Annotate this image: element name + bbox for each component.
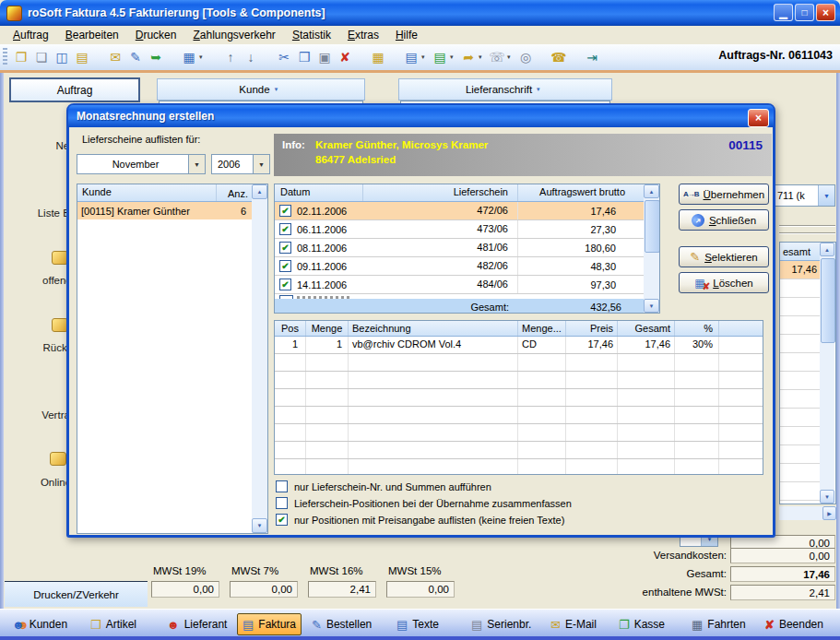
menu-hilfe[interactable]: Hilfe — [388, 27, 425, 43]
position-row[interactable]: 1 1 vb@rchiv CDROM Vol.4 CD 17,46 17,46 … — [275, 337, 763, 354]
maximize-button[interactable]: □ — [795, 4, 814, 21]
fax-dropdown-icon[interactable]: ▾ — [507, 53, 515, 61]
chevron-down-icon[interactable]: ▼ — [253, 155, 269, 173]
menu-bearbeiten[interactable]: Bearbeiten — [58, 27, 126, 43]
taskbar-texte[interactable]: ▤ Texte — [392, 613, 444, 635]
print-save-icon[interactable]: ▤ — [401, 48, 421, 66]
send-dropdown-icon[interactable]: ▾ — [479, 53, 487, 61]
taskbar-bestellen[interactable]: ✎ Bestellen — [307, 613, 376, 635]
table-row[interactable]: ✔ 14.11.2006 484/06 97,30 — [275, 276, 659, 294]
row-checkbox[interactable]: ✔ — [279, 279, 291, 290]
exit-icon[interactable]: ⇥ — [582, 48, 602, 66]
tab-lieferanschrift[interactable]: Lieferanschrift▾ — [398, 78, 612, 101]
scroll-down-icon[interactable]: ▼ — [644, 299, 659, 313]
checkbox[interactable]: ✔ — [276, 480, 288, 492]
chevron-down-icon[interactable]: ▼ — [188, 155, 205, 173]
dialog-close-button[interactable]: × — [748, 109, 769, 127]
selektieren-button[interactable]: ✎ Selektieren — [679, 246, 769, 267]
scroll-up-icon[interactable]: ▲ — [252, 184, 267, 199]
send-icon[interactable]: ➦ — [458, 48, 479, 66]
cut-icon[interactable]: ✂ — [274, 48, 294, 66]
move-up-icon[interactable]: ↑ — [220, 48, 241, 66]
chevron-down-icon[interactable]: ▼ — [818, 185, 834, 206]
toolbar: ❐ ❏ ◫ ▤ ✉ ✎ ➥ ▦ ▾ ↑ ↓ ✂ ❒ ▣ ✘ ▦ ▤ ▾ ▤ ▾ … — [0, 44, 840, 71]
customer-list-header[interactable]: Kunde Anz. — [77, 184, 267, 202]
menu-extras[interactable]: Extras — [340, 27, 386, 43]
taskbar-faktura[interactable]: ▤ Faktura — [237, 613, 302, 635]
loeschen-button[interactable]: ▦✘ Löschen — [679, 272, 769, 293]
option-zusammenfassen[interactable]: ✔ Lieferschein-Positionen bei der Überna… — [276, 497, 572, 509]
scroll-right-icon[interactable]: ▶ — [822, 506, 836, 520]
table-row[interactable]: ✔ 08.11.2006 481/06 180,60 — [275, 239, 659, 257]
taskbar-kasse[interactable]: ❐ Kasse — [614, 613, 669, 635]
scroll-up-icon[interactable]: ▲ — [644, 184, 659, 198]
edit-icon[interactable]: ✎ — [125, 48, 146, 66]
copy-icon[interactable]: ❒ — [294, 48, 314, 66]
table-row[interactable]: 17,46 — [780, 261, 821, 279]
calendar-icon[interactable]: ▦ — [368, 48, 388, 66]
mwst7-label: MWSt 7% — [231, 565, 278, 576]
scrollbar[interactable]: ▲ ▼ — [820, 243, 834, 504]
row-checkbox[interactable]: ✔ — [279, 242, 291, 254]
horizontal-scrollbar[interactable]: ▶ — [779, 506, 836, 520]
print-document-icon[interactable]: ▤ — [72, 48, 92, 66]
phone-icon[interactable]: ☎ — [549, 48, 569, 66]
new-document-icon[interactable]: ❏ — [31, 48, 52, 66]
delivery-scrollbar[interactable]: ▲ ▼ — [644, 184, 659, 313]
table-row[interactable]: ✔ 09.11.2006 482/06 48,30 — [275, 257, 659, 276]
print-icon[interactable]: ▤ — [430, 48, 450, 66]
table-row[interactable]: ✔ 02.11.2006 472/06 17,46 — [275, 202, 659, 220]
import-icon[interactable]: ➥ — [146, 48, 166, 66]
taskbar-email[interactable]: ✉ E-Mail — [546, 613, 601, 635]
right-dropdown[interactable]: 711 (k ▼ — [771, 184, 835, 207]
taskbar-beenden[interactable]: ✘ Beenden — [760, 613, 828, 635]
uebernehmen-button[interactable]: A→B Übernehmen — [679, 184, 769, 205]
checkbox[interactable]: ✔ — [276, 514, 288, 526]
tab-kunde[interactable]: Kunde▾ — [157, 78, 365, 101]
option-summen[interactable]: ✔ nur Lieferschein-Nr. und Summen auffüh… — [276, 480, 491, 492]
scroll-down-icon[interactable]: ▼ — [252, 518, 267, 533]
delete-icon[interactable]: ✘ — [335, 48, 355, 66]
row-checkbox[interactable]: ✔ — [279, 260, 291, 272]
taskbar-artikel[interactable]: ❒ Artikel — [86, 613, 141, 635]
row-checkbox[interactable]: ✔ — [279, 205, 291, 217]
mail-icon[interactable]: ✉ — [105, 48, 125, 66]
checkbox[interactable]: ✔ — [276, 497, 288, 509]
menu-zahlungsverkehr[interactable]: Zahlungsverkehr — [185, 27, 282, 43]
customer-scrollbar[interactable]: ▲ ▼ — [252, 184, 267, 533]
tab-auftrag[interactable]: Auftrag — [9, 77, 140, 102]
save-icon[interactable]: ◫ — [52, 48, 72, 66]
option-preisangabe[interactable]: ✔ nur Positionen mit Preisangabe auflist… — [276, 514, 564, 526]
month-dropdown[interactable]: November ▼ — [77, 154, 206, 174]
fax-icon[interactable]: ☏ — [487, 48, 507, 66]
scroll-up-icon[interactable]: ▲ — [820, 243, 834, 256]
taskbar-lieferant[interactable]: ☻ Lieferant — [162, 613, 231, 635]
schliessen-button[interactable]: ➜ Schließen — [679, 209, 769, 231]
menu-drucken[interactable]: Drucken — [128, 27, 184, 43]
taskbar-fahrten[interactable]: ▦ Fahrten — [687, 613, 751, 635]
close-button[interactable]: × — [816, 4, 835, 21]
taskbar-serienbr[interactable]: ▤ Serienbr. — [467, 613, 536, 635]
tab-drucken-zverkehr[interactable]: Drucken/ZVerkehr — [5, 581, 148, 607]
preview-icon[interactable]: ◎ — [515, 48, 536, 66]
scrollbar-thumb[interactable] — [821, 258, 835, 343]
taskbar-kunden[interactable]: ☻ Kunden — [7, 613, 72, 635]
scrollbar-thumb[interactable] — [645, 200, 660, 253]
customer-row[interactable]: [00115] Kramer Günther 6 — [77, 202, 267, 219]
menu-statistik[interactable]: Statistik — [285, 27, 338, 43]
print-save-dropdown-icon[interactable]: ▾ — [421, 53, 430, 61]
print-dropdown-icon[interactable]: ▾ — [450, 53, 458, 61]
year-dropdown[interactable]: 2006 ▼ — [211, 154, 270, 174]
menu-auftrag[interactable]: Auftrag — [6, 27, 56, 43]
move-down-icon[interactable]: ↓ — [241, 48, 261, 66]
row-checkbox[interactable]: ✔ — [279, 223, 291, 235]
delivery-table-header[interactable]: Datum Lieferschein Auftragswert brutto — [275, 184, 659, 202]
positions-header[interactable]: Pos Menge Bezeichnung Menge... Preis Ges… — [275, 321, 763, 337]
table-row[interactable]: ✔ 06.11.2006 473/06 27,30 — [275, 220, 659, 239]
paste-icon[interactable]: ▣ — [314, 48, 335, 66]
minimize-button[interactable]: ▁ — [774, 4, 793, 21]
table-dropdown-icon[interactable]: ▾ — [199, 53, 207, 61]
open-icon[interactable]: ❐ — [11, 48, 31, 66]
scroll-down-icon[interactable]: ▼ — [820, 490, 834, 504]
table-icon[interactable]: ▦ — [179, 48, 199, 66]
